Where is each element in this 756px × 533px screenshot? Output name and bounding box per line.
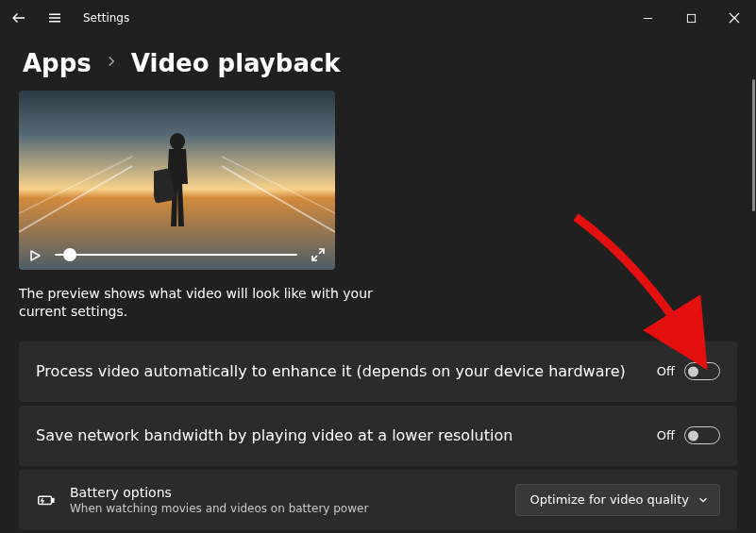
preview-controls (28, 247, 326, 262)
preview-description: The preview shows what video will look l… (19, 285, 378, 321)
svg-point-5 (170, 133, 185, 150)
svg-rect-0 (687, 14, 695, 22)
battery-dropdown[interactable]: Optimize for video quality (515, 484, 720, 516)
svg-line-2 (19, 157, 132, 213)
toggle-process-video[interactable] (684, 362, 720, 380)
titlebar-left: Settings (8, 7, 129, 29)
row-subtitle: When watching movies and videos on batte… (70, 502, 502, 515)
play-icon (28, 249, 42, 262)
minimize-icon (643, 13, 653, 24)
svg-rect-8 (52, 498, 54, 502)
nav-menu-button[interactable] (43, 7, 66, 29)
toggle-knob (688, 430, 698, 441)
row-title: Save network bandwidth by playing video … (36, 426, 644, 444)
close-button[interactable] (713, 3, 756, 33)
toggle-knob (688, 366, 698, 376)
slider-thumb[interactable] (63, 248, 76, 261)
breadcrumb: Apps Video playback (0, 36, 756, 91)
svg-rect-7 (39, 496, 52, 504)
chevron-down-icon (697, 493, 710, 507)
toggle-save-bandwidth[interactable] (684, 426, 720, 444)
close-icon (729, 12, 740, 24)
maximize-button[interactable] (669, 3, 713, 33)
dropdown-value: Optimize for video quality (529, 492, 689, 507)
page-title: Video playback (131, 49, 341, 77)
preview-seek-slider[interactable] (55, 254, 297, 256)
scrollbar[interactable] (752, 79, 755, 211)
svg-line-4 (222, 157, 335, 213)
toggle-label: Off (657, 428, 675, 442)
preview-area: The preview shows what video will look l… (19, 91, 737, 321)
titlebar: Settings (0, 0, 756, 36)
content: The preview shows what video will look l… (0, 91, 756, 530)
row-save-bandwidth[interactable]: Save network bandwidth by playing video … (19, 406, 737, 466)
toggle-group: Off (657, 362, 720, 380)
breadcrumb-parent[interactable]: Apps (23, 49, 92, 77)
window-controls (626, 3, 756, 33)
fullscreen-button[interactable] (311, 247, 326, 262)
svg-line-3 (222, 166, 335, 232)
chevron-right-icon (103, 53, 120, 74)
minimize-button[interactable] (626, 3, 669, 33)
maximize-icon (686, 13, 697, 24)
person-silhouette-icon (154, 132, 201, 236)
row-process-video[interactable]: Process video automatically to enhance i… (19, 341, 737, 402)
toggle-group: Off (657, 426, 720, 444)
row-battery-options[interactable]: Battery options When watching movies and… (19, 470, 737, 530)
row-text: Battery options When watching movies and… (70, 485, 502, 515)
hamburger-icon (46, 9, 63, 26)
battery-icon (36, 490, 57, 510)
settings-rows: Process video automatically to enhance i… (19, 341, 737, 530)
video-preview[interactable] (19, 91, 335, 270)
back-arrow-icon (10, 9, 27, 26)
back-button[interactable] (8, 7, 30, 29)
toggle-label: Off (657, 364, 675, 378)
row-title: Process video automatically to enhance i… (36, 362, 644, 380)
svg-line-1 (19, 166, 132, 232)
fullscreen-icon (311, 247, 326, 262)
row-title: Battery options (70, 485, 502, 500)
play-button[interactable] (28, 248, 42, 261)
window-title: Settings (83, 11, 129, 25)
